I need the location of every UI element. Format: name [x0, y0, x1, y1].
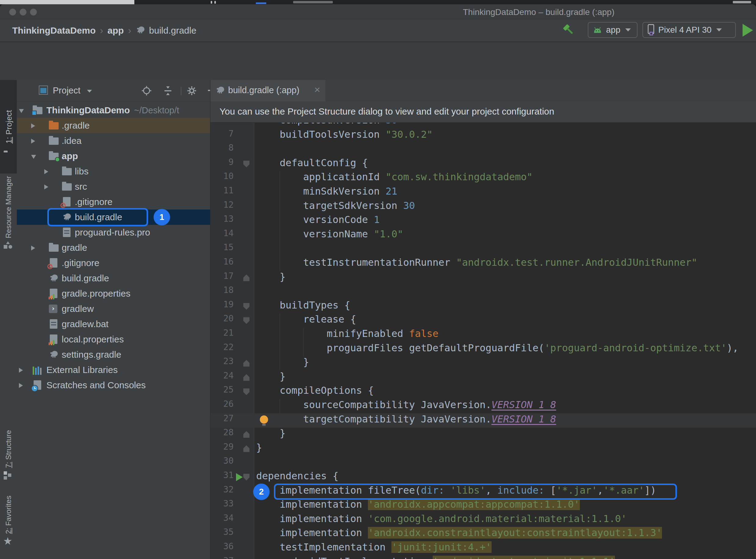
code-line-13[interactable]: versionCode 1 [303, 214, 380, 228]
code-line-12[interactable]: targetSdkVersion 30 [303, 200, 415, 214]
chevron-collapsed-icon[interactable] [44, 169, 48, 174]
code-line-17[interactable]: } [280, 271, 285, 285]
code-line-29[interactable]: } [256, 442, 262, 456]
run-configuration-selector[interactable]: app [588, 22, 638, 38]
line-number: 24 [210, 371, 234, 385]
chevron-collapsed-icon[interactable] [19, 368, 23, 373]
stripe-button-project[interactable]: 1: Project [4, 110, 14, 143]
chevron-collapsed-icon[interactable] [31, 139, 35, 143]
tree-item-gradlew-bat[interactable]: gradlew.bat [17, 316, 210, 332]
settings-gear-button[interactable] [187, 86, 197, 97]
chevron-collapsed-icon[interactable] [31, 124, 35, 128]
code-line-19[interactable]: buildTypes { [280, 299, 350, 314]
intention-bulb-icon[interactable] [260, 416, 268, 424]
breadcrumb-file[interactable]: build.gradle [149, 25, 196, 36]
code-editor[interactable]: 6compileSdkVersion 307buildToolsVersion … [210, 123, 756, 559]
tree-item-build-gradle[interactable]: build.gradle [17, 271, 210, 286]
structure-icon[interactable] [4, 471, 13, 480]
tree-item-gradlew[interactable]: ›gradlew [17, 301, 210, 316]
tree-item-label: local.properties [62, 332, 124, 347]
line-number: 9 [210, 157, 234, 171]
tree-item-src[interactable]: src [17, 179, 210, 194]
run-button[interactable] [742, 24, 753, 37]
stripe-button-resource-manager[interactable]: Resource Manager [4, 176, 13, 238]
properties-icon [49, 289, 59, 298]
tree-item-local-properties[interactable]: local.properties [17, 332, 210, 347]
chevron-down-icon[interactable] [87, 90, 92, 93]
chevron-collapsed-icon[interactable] [31, 246, 35, 250]
collapse-all-button[interactable] [163, 86, 173, 97]
line-number: 11 [210, 185, 234, 200]
chevron-expanded-icon[interactable] [19, 109, 24, 113]
code-line-23[interactable]: } [303, 356, 309, 371]
chevron-collapsed-icon[interactable] [44, 184, 48, 189]
tree-item-gradle-properties[interactable]: gradle.properties [17, 286, 210, 301]
project-view-selector[interactable]: Project [53, 86, 80, 96]
breadcrumb-module[interactable]: app [108, 25, 124, 36]
code-line-10[interactable]: applicationId "com.sw.thinkingdatademo" [303, 171, 532, 185]
close-tab-icon[interactable]: × [314, 84, 320, 96]
tab-build-gradle[interactable]: build.gradle (:app) × [210, 80, 325, 102]
editor-tab-bar: build.gradle (:app) × [210, 80, 756, 102]
stripe-button-structure[interactable]: 7: Structure [4, 430, 13, 468]
chevron-collapsed-icon[interactable] [19, 383, 23, 388]
code-line-6[interactable]: compileSdkVersion 30 [280, 123, 397, 129]
tree-item-proguard-rules-pro[interactable]: proguard-rules.pro [17, 225, 210, 240]
gitignore-icon [62, 197, 72, 207]
tree-item-libs[interactable]: libs [17, 164, 210, 179]
build-hammer-button[interactable] [561, 22, 576, 38]
gitignore-icon [49, 258, 59, 268]
window-zoom-button[interactable] [30, 8, 37, 16]
code-line-35[interactable]: implementation 'androidx.constraintlayou… [280, 527, 662, 541]
code-line-25[interactable]: compileOptions { [280, 385, 374, 399]
code-line-16[interactable]: testInstrumentationRunner "androidx.test… [303, 256, 697, 271]
window-close-button[interactable] [9, 8, 16, 16]
line-number: 8 [210, 143, 234, 157]
gutter-run-icon[interactable] [236, 473, 243, 481]
tree-item-gradle[interactable]: gradle [17, 240, 210, 255]
breadcrumb-project[interactable]: ThinkingDataDemo [12, 25, 96, 36]
code-line-28[interactable]: } [280, 427, 285, 442]
line-number: 32 [210, 485, 234, 499]
code-line-22[interactable]: proguardFiles getDefaultProguardFile('pr… [327, 342, 739, 356]
code-line-14[interactable]: versionName "1.0" [303, 228, 403, 243]
tree-item-build-gradle[interactable]: build.gradle1 [17, 209, 210, 225]
resource-manager-icon[interactable] [4, 241, 13, 250]
star-icon[interactable]: ★ [3, 536, 12, 546]
code-line-31[interactable]: dependencies { [256, 470, 339, 485]
code-line-21[interactable]: minifyEnabled false [327, 328, 438, 342]
tree-item--idea[interactable]: .idea [17, 133, 210, 149]
tree-item--gitignore[interactable]: .gitignore [17, 255, 210, 271]
chevron-expanded-icon[interactable] [31, 155, 36, 159]
tree-item-thinkingdatademo[interactable]: ThinkingDataDemo~/Desktop/t [17, 103, 210, 118]
code-line-7[interactable]: buildToolsVersion "30.0.2" [280, 129, 433, 143]
tree-item-scratches-and-consoles[interactable]: Scratches and Consoles [17, 378, 210, 393]
code-line-26[interactable]: sourceCompatibility JavaVersion.VERSION_… [303, 399, 556, 413]
code-line-24[interactable]: } [280, 371, 285, 385]
annotation-box-2 [274, 484, 677, 500]
tree-item-label: gradle.properties [62, 286, 130, 301]
hammer-icon [561, 22, 576, 37]
banner-message: You can use the Project Structure dialog… [220, 102, 554, 121]
tree-item-app[interactable]: app [17, 149, 210, 164]
code-line-9[interactable]: defaultConfig { [280, 157, 368, 171]
code-line-11[interactable]: minSdkVersion 21 [303, 185, 397, 200]
code-line-37[interactable]: androidTestImplementation 'androidx.test… [280, 556, 615, 559]
stripe-button-favorites[interactable]: 2: Favorites [4, 496, 13, 534]
window-minimize-button[interactable] [20, 8, 27, 16]
code-line-33[interactable]: implementation 'androidx.appcompat:appco… [280, 498, 580, 513]
tree-item-settings-gradle[interactable]: settings.gradle [17, 347, 210, 362]
tree-item-label: ThinkingDataDemo~/Desktop/t [46, 103, 179, 118]
locate-file-button[interactable] [141, 86, 152, 97]
tree-item--gradle[interactable]: .gradle [17, 118, 210, 133]
tree-item--gitignore[interactable]: .gitignore [17, 194, 210, 209]
tree-item-external-libraries[interactable]: External Libraries [17, 362, 210, 378]
device-selector[interactable]: Pixel 4 API 30 [642, 22, 736, 38]
background-active-tab-indicator [256, 2, 266, 4]
code-line-34[interactable]: implementation 'com.google.android.mater… [280, 513, 627, 527]
code-line-36[interactable]: testImplementation 'junit:junit:4.+' [280, 541, 491, 556]
tree-item-label: build.gradle [62, 271, 109, 286]
chevron-down-icon [625, 28, 631, 31]
code-line-20[interactable]: release { [303, 313, 356, 328]
code-line-27[interactable]: targetCompatibility JavaVersion.VERSION_… [303, 413, 556, 428]
